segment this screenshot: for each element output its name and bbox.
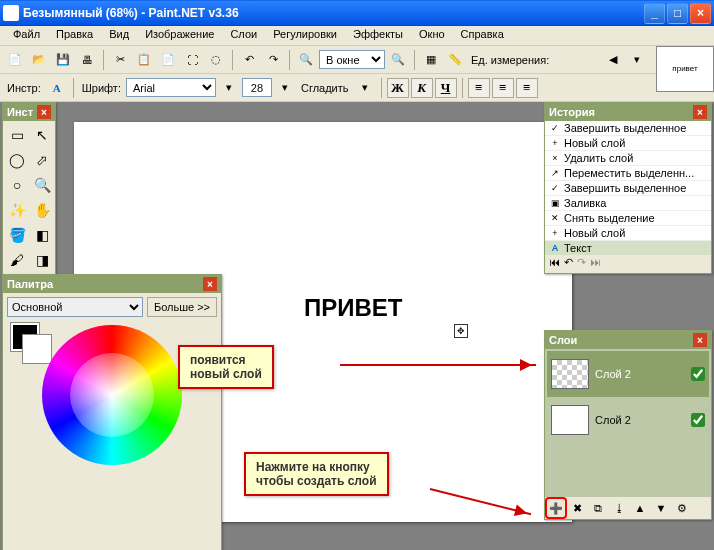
copy-icon[interactable]: 📋 [133,49,155,71]
workspace: ПРИВЕТ ✥ Инст× ▭ ↖ ◯ ⬀ ○ 🔍 ✨ ✋ 🪣 ◧ 🖌 ◨ ✏… [0,102,714,550]
bold-button[interactable]: Ж [387,78,409,98]
more-button[interactable]: Больше >> [147,297,217,317]
maximize-button[interactable]: □ [667,3,688,24]
menu-file[interactable]: Файл [5,26,48,45]
rect-select-tool[interactable]: ▭ [5,123,29,147]
history-item: ↗Переместить выделенн... [545,166,711,181]
annotation-callout: Нажмите на кнопку чтобы создать слой [244,452,389,496]
history-prev-icon[interactable]: ↶ [564,256,573,272]
save-icon[interactable]: 💾 [52,49,74,71]
undo-icon[interactable]: ↶ [238,49,260,71]
zoom-icon[interactable]: 🔍 [295,49,317,71]
smooth-label: Сгладить [301,82,349,94]
menu-adjustments[interactable]: Регулировки [265,26,345,45]
brush-tool[interactable]: 🖌 [5,248,29,272]
wand-tool[interactable]: ✨ [5,198,29,222]
instrument-label: Инстр: [7,82,41,94]
deselect-icon[interactable]: ◌ [205,49,227,71]
layer-properties-button[interactable]: ⚙ [673,499,691,517]
align-left-icon[interactable]: ≡ [468,78,490,98]
ruler-icon[interactable]: 📏 [444,49,466,71]
nav-prev-icon[interactable]: ◀ [602,49,624,71]
nav-dropdown-icon[interactable]: ▾ [626,49,648,71]
duplicate-layer-button[interactable]: ⧉ [589,499,607,517]
font-combo[interactable]: Arial [126,78,216,97]
annotation-arrow [340,364,536,366]
open-file-icon[interactable]: 📂 [28,49,50,71]
layer-visible-checkbox[interactable] [691,413,705,427]
print-icon[interactable]: 🖶 [76,49,98,71]
italic-button[interactable]: К [411,78,433,98]
window-title: Безымянный (68%) - Paint.NET v3.36 [23,6,644,20]
size-dropdown-icon[interactable]: ▾ [274,77,296,99]
history-title: История [549,106,595,118]
merge-down-button[interactable]: ⭳ [610,499,628,517]
new-layer-button[interactable]: ➕ [547,499,565,517]
underline-button[interactable]: Ч [435,78,457,98]
move-down-button[interactable]: ▼ [652,499,670,517]
pan-tool[interactable]: ✋ [30,198,54,222]
move-up-button[interactable]: ▲ [631,499,649,517]
cut-icon[interactable]: ✂ [109,49,131,71]
menu-effects[interactable]: Эффекты [345,26,411,45]
zoom-tool[interactable]: 🔍 [30,173,54,197]
toolbar-main: 📄 📂 💾 🖶 ✂ 📋 📄 ⛶ ◌ ↶ ↷ 🔍 В окне 🔍 ▦ 📏 Ед.… [0,46,714,74]
layer-row[interactable]: Слой 2 [547,397,709,443]
menu-layers[interactable]: Слои [222,26,265,45]
history-item: ×Удалить слой [545,151,711,166]
layers-title: Слои [549,334,577,346]
history-item: ✕Снять выделение [545,211,711,226]
font-dropdown-icon[interactable]: ▾ [218,77,240,99]
smooth-dropdown-icon[interactable]: ▾ [354,77,376,99]
new-file-icon[interactable]: 📄 [4,49,26,71]
palette-close-icon[interactable]: × [203,277,217,291]
gradient-tool[interactable]: ◧ [30,223,54,247]
layers-close-icon[interactable]: × [693,333,707,347]
color-mode-combo[interactable]: Основной [7,297,143,317]
history-last-icon[interactable]: ⏭ [590,256,601,272]
layer-thumbnail [551,405,589,435]
lasso-tool[interactable]: ◯ [5,148,29,172]
layer-name: Слой 2 [595,414,685,426]
history-item: +Новый слой [545,226,711,241]
minimize-button[interactable]: _ [644,3,665,24]
secondary-color-swatch[interactable] [23,335,51,363]
zoom-combo[interactable]: В окне [319,50,385,69]
crop-icon[interactable]: ⛶ [181,49,203,71]
history-item: +Новый слой [545,136,711,151]
move-tool[interactable]: ↖ [30,123,54,147]
history-next-icon[interactable]: ↷ [577,256,586,272]
menu-view[interactable]: Вид [101,26,137,45]
doc-thumbnail[interactable]: привет [656,46,714,92]
history-first-icon[interactable]: ⏮ [549,256,560,272]
history-close-icon[interactable]: × [693,105,707,119]
palette-panel: Палитра× Основной Больше >> [2,274,222,550]
menu-help[interactable]: Справка [453,26,512,45]
history-list[interactable]: ✓Завершить выделенное +Новый слой ×Удали… [545,121,711,255]
close-button[interactable]: × [690,3,711,24]
layer-visible-checkbox[interactable] [691,367,705,381]
tools-close-icon[interactable]: × [37,105,51,119]
history-item: ✓Завершить выделенное [545,181,711,196]
font-size-input[interactable] [242,78,272,97]
paste-icon[interactable]: 📄 [157,49,179,71]
delete-layer-button[interactable]: ✖ [568,499,586,517]
menu-window[interactable]: Окно [411,26,453,45]
zoom-out-icon[interactable]: 🔍 [387,49,409,71]
text-tool-icon[interactable]: A [46,77,68,99]
grid-icon[interactable]: ▦ [420,49,442,71]
ellipse-select-tool[interactable]: ○ [5,173,29,197]
tools-title: Инст [7,106,33,118]
app-icon [3,5,19,21]
menu-edit[interactable]: Правка [48,26,101,45]
menu-image[interactable]: Изображение [137,26,222,45]
move-selection-tool[interactable]: ⬀ [30,148,54,172]
eraser-tool[interactable]: ◨ [30,248,54,272]
bucket-tool[interactable]: 🪣 [5,223,29,247]
align-right-icon[interactable]: ≡ [516,78,538,98]
text-move-handle[interactable]: ✥ [454,324,468,338]
color-wheel[interactable] [42,325,182,465]
redo-icon[interactable]: ↷ [262,49,284,71]
align-center-icon[interactable]: ≡ [492,78,514,98]
layer-row[interactable]: Слой 2 [547,351,709,397]
